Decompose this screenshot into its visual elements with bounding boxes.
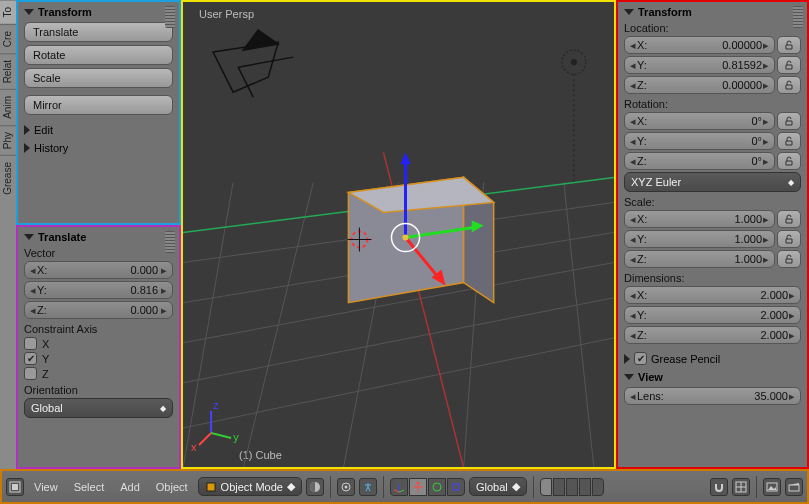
camera-icon [213, 30, 293, 97]
view-header[interactable]: View [624, 371, 801, 383]
layer-4[interactable] [579, 478, 591, 496]
transform-header[interactable]: Transform [24, 6, 173, 18]
scale-y-field[interactable]: ◂Y:1.000▸ [624, 230, 775, 248]
layer-5[interactable] [592, 478, 604, 496]
manip-scale-icon[interactable] [447, 478, 465, 496]
vtab-tools[interactable]: To [0, 0, 16, 24]
dim-y-field[interactable]: ◂Y:2.000▸ [624, 306, 801, 324]
select-menu[interactable]: Select [68, 479, 111, 495]
rot-z-lock[interactable] [777, 152, 801, 170]
scale-z-lock[interactable] [777, 250, 801, 268]
orientation-dropdown[interactable]: Global◆ [24, 398, 173, 418]
editor-type-icon[interactable] [6, 478, 24, 496]
mode-dropdown[interactable]: Object Mode◆ [198, 477, 302, 496]
scale-z-field[interactable]: ◂Z:1.000▸ [624, 250, 775, 268]
scale-button[interactable]: Scale [24, 68, 173, 88]
loc-y-field[interactable]: ◂Y:0.81592▸ [624, 56, 775, 74]
constraint-z-checkbox[interactable] [24, 367, 37, 380]
vtab-relations[interactable]: Relat [0, 53, 16, 89]
edit-header[interactable]: Edit [24, 124, 173, 136]
svg-rect-56 [789, 485, 799, 491]
tool-tabs: To Cre Relat Anim Phy Grease [0, 0, 16, 469]
render-preview-icon[interactable] [763, 478, 781, 496]
object-menu[interactable]: Object [150, 479, 194, 495]
mirror-button[interactable]: Mirror [24, 95, 173, 115]
svg-marker-48 [416, 481, 420, 484]
manip-enable-icon[interactable] [390, 478, 408, 496]
vector-x-field[interactable]: ◂X:0.000▸ [24, 261, 173, 279]
rot-y-lock[interactable] [777, 132, 801, 150]
svg-text:y: y [233, 431, 239, 443]
svg-line-35 [199, 433, 211, 445]
manip-rotate-icon[interactable] [428, 478, 446, 496]
add-menu[interactable]: Add [114, 479, 146, 495]
chevron-down-icon [624, 374, 634, 380]
constraint-y-checkbox[interactable] [24, 352, 37, 365]
svg-line-27 [238, 57, 293, 67]
vtab-create[interactable]: Cre [0, 24, 16, 53]
rot-z-field[interactable]: ◂Z:0°▸ [624, 152, 775, 170]
scale-y-lock[interactable] [777, 230, 801, 248]
translate-op-title: Translate [38, 231, 86, 243]
n-transform-header[interactable]: Transform [624, 6, 801, 18]
svg-line-28 [238, 67, 253, 97]
svg-rect-50 [453, 484, 459, 490]
snap-icon[interactable] [710, 478, 728, 496]
panel-grip[interactable] [793, 6, 803, 28]
chevron-down-icon [24, 234, 34, 240]
rot-x-field[interactable]: ◂X:0°▸ [624, 112, 775, 130]
scale-x-field[interactable]: ◂X:1.000▸ [624, 210, 775, 228]
lens-field[interactable]: ◂Lens:35.000▸ [624, 387, 801, 405]
panel-grip[interactable] [165, 6, 175, 28]
vector-z-field[interactable]: ◂Z:0.000▸ [24, 301, 173, 319]
loc-z-lock[interactable] [777, 76, 801, 94]
svg-text:z: z [213, 399, 219, 411]
rot-x-lock[interactable] [777, 112, 801, 130]
rot-y-field[interactable]: ◂Y:0°▸ [624, 132, 775, 150]
snap-type-icon[interactable] [732, 478, 750, 496]
history-header[interactable]: History [24, 142, 173, 154]
pivot-dropdown[interactable] [337, 478, 355, 496]
dim-z-field[interactable]: ◂Z:2.000▸ [624, 326, 801, 344]
loc-x-lock[interactable] [777, 36, 801, 54]
constraint-x-checkbox[interactable] [24, 337, 37, 350]
layer-1[interactable] [540, 478, 552, 496]
vtab-physics[interactable]: Phy [0, 125, 16, 155]
viewport-3d[interactable]: User Persp (1) Cube [181, 0, 616, 469]
rotation-mode-dropdown[interactable]: XYZ Euler◆ [624, 172, 801, 192]
layer-2[interactable] [553, 478, 565, 496]
cube-icon [205, 481, 217, 493]
translate-op-header[interactable]: Translate [24, 231, 173, 243]
manipulator-toggles [390, 478, 465, 496]
shading-dropdown[interactable] [306, 478, 324, 496]
svg-rect-40 [12, 484, 18, 490]
grease-pencil-header[interactable]: Grease Pencil [624, 352, 801, 365]
layer-3[interactable] [566, 478, 578, 496]
view-menu[interactable]: View [28, 479, 64, 495]
vtab-grease[interactable]: Grease [0, 155, 16, 201]
rotate-button[interactable]: Rotate [24, 45, 173, 65]
pose-icon[interactable] [359, 478, 377, 496]
loc-x-field[interactable]: ◂X:0.00000▸ [624, 36, 775, 54]
chevron-right-icon [24, 125, 30, 135]
scale-x-lock[interactable] [777, 210, 801, 228]
operator-panel: Translate Vector ◂X:0.000▸ ◂Y:0.816▸ ◂Z:… [16, 225, 181, 469]
clapperboard-icon[interactable] [785, 478, 803, 496]
translate-button[interactable]: Translate [24, 22, 173, 42]
viewport-header: View Select Add Object Object Mode◆ Glob… [0, 469, 809, 504]
svg-line-47 [399, 490, 404, 492]
scale-label: Scale: [624, 196, 801, 208]
svg-line-46 [394, 490, 399, 492]
manip-translate-icon[interactable] [409, 478, 427, 496]
panel-grip[interactable] [165, 231, 175, 253]
loc-y-lock[interactable] [777, 56, 801, 74]
vector-y-field[interactable]: ◂Y:0.816▸ [24, 281, 173, 299]
dim-x-field[interactable]: ◂X:2.000▸ [624, 286, 801, 304]
svg-marker-29 [243, 30, 278, 50]
transform-orientation-dropdown[interactable]: Global◆ [469, 477, 527, 496]
vtab-animation[interactable]: Anim [0, 89, 16, 125]
grease-pencil-checkbox[interactable] [634, 352, 647, 365]
loc-z-field[interactable]: ◂Z:0.00000▸ [624, 76, 775, 94]
properties-panel: Transform Location: ◂X:0.00000▸ ◂Y:0.815… [616, 0, 809, 469]
constraint-label: Constraint Axis [24, 323, 173, 335]
